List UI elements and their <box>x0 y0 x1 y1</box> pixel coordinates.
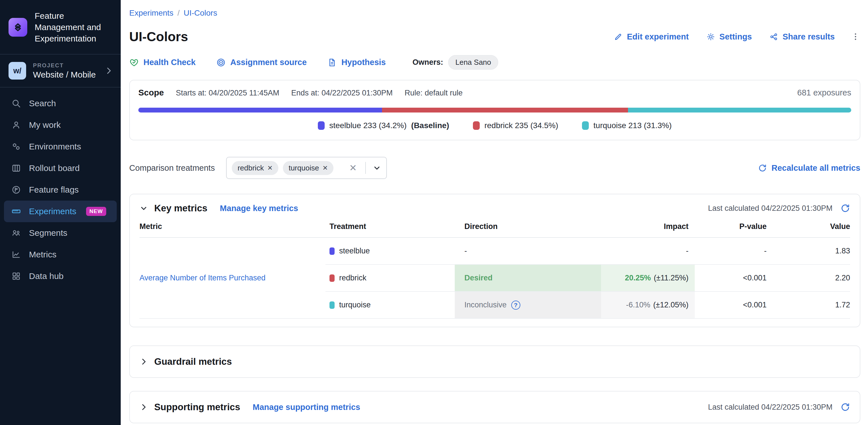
manage-supporting-metrics-link[interactable]: Manage supporting metrics <box>253 402 361 412</box>
guardrail-metrics-card[interactable]: Guardrail metrics <box>129 345 860 378</box>
sidebar-item-label: My work <box>29 120 61 130</box>
turquoise-swatch <box>330 301 335 309</box>
guardrail-metrics-title: Guardrail metrics <box>154 356 232 367</box>
impact-cell-neutral: -6.10% (±12.05%) <box>601 292 695 319</box>
key-metrics-card: Key metrics Manage key metrics Last calc… <box>129 194 860 327</box>
sidebar-item-label: Data hub <box>29 271 64 281</box>
collapse-chevron-right-icon[interactable] <box>140 403 148 412</box>
hexagons-icon <box>11 142 21 151</box>
last-calculated-text: Last calculated 04/22/2025 01:30PM <box>708 204 833 213</box>
sidebar-item-rollout-board[interactable]: Rollout board <box>4 157 117 179</box>
document-icon <box>327 58 337 67</box>
line-chart-icon <box>11 250 21 260</box>
people-icon <box>11 228 21 238</box>
comparison-row: Comparison treatments redbrick ✕ turquoi… <box>129 157 860 179</box>
supporting-metrics-card[interactable]: Supporting metrics Manage supporting met… <box>129 391 860 423</box>
baseline-tag: (Baseline) <box>411 121 450 130</box>
remove-chip-icon[interactable]: ✕ <box>267 164 273 172</box>
hypothesis-link[interactable]: Hypothesis <box>327 58 386 67</box>
treatment-cell-steelblue: steelblue <box>326 238 455 265</box>
sidebar-item-feature-flags[interactable]: Feature flags <box>4 179 117 201</box>
value-cell: 1.83 <box>770 238 850 265</box>
pvalue-cell: <0.001 <box>695 265 770 292</box>
comparison-treatments-select[interactable]: redbrick ✕ turquoise ✕ ✕ <box>226 157 387 179</box>
sidebar-item-label: Metrics <box>29 250 57 260</box>
pencil-icon <box>614 32 623 41</box>
sidebar-item-label: Feature flags <box>29 185 79 194</box>
share-results-button[interactable]: Share results <box>770 32 835 41</box>
chevron-down-icon[interactable] <box>373 164 381 172</box>
scope-starts: Starts at: 04/20/2025 11:45AM <box>176 89 279 97</box>
sidebar-item-metrics[interactable]: Metrics <box>4 244 117 265</box>
scope-label: Scope <box>138 88 164 97</box>
sidebar-item-label: Experiments <box>29 207 76 216</box>
metric-name-cell: Average Number of Items Purchased <box>140 238 326 319</box>
scope-rule: Rule: default rule <box>405 89 463 97</box>
sidebar-item-my-work[interactable]: My work <box>4 114 117 136</box>
breadcrumb-current-link[interactable]: UI-Colors <box>184 8 217 18</box>
grid-icon <box>11 271 21 281</box>
assignment-source-link[interactable]: Assignment source <box>216 58 307 67</box>
sidebar-item-search[interactable]: Search <box>4 93 117 114</box>
share-icon <box>770 32 778 41</box>
scope-card: Scope Starts at: 04/20/2025 11:45AM Ends… <box>129 80 860 140</box>
sidebar-item-data-hub[interactable]: Data hub <box>4 265 117 287</box>
direction-cell-inconclusive: Inconclusive ? <box>455 292 601 319</box>
column-header-metric: Metric <box>140 222 326 238</box>
sidebar-item-segments[interactable]: Segments <box>4 222 117 244</box>
edit-experiment-button[interactable]: Edit experiment <box>614 32 689 41</box>
column-header-pvalue: P-value <box>695 222 770 238</box>
refresh-icon[interactable] <box>840 402 850 412</box>
project-name: Website / Mobile <box>33 70 96 80</box>
question-circle-icon[interactable]: ? <box>511 301 520 310</box>
breadcrumb-experiments-link[interactable]: Experiments <box>129 8 174 18</box>
header-actions: Edit experiment Settings Share results <box>614 32 860 41</box>
collapse-chevron-down-icon[interactable] <box>140 204 148 212</box>
project-eyebrow: PROJECT <box>33 62 96 69</box>
page-title: UI-Colors <box>129 29 188 44</box>
key-metrics-table: Metric Treatment Direction Impact P-valu… <box>140 222 850 319</box>
clear-all-icon[interactable]: ✕ <box>349 163 357 173</box>
chevron-right-icon <box>104 66 113 75</box>
app-brand[interactable]: Feature Management and Experimentation <box>0 0 121 54</box>
main-content: Experiments / UI-Colors UI-Colors Edit e… <box>121 0 868 425</box>
sidebar-item-environments[interactable]: Environments <box>4 136 117 157</box>
breadcrumb: Experiments / UI-Colors <box>129 8 860 18</box>
treatment-legend: steelblue 233 (34.2%) (Baseline) redbric… <box>138 121 851 130</box>
project-switcher[interactable]: w/ PROJECT Website / Mobile <box>0 55 121 87</box>
value-cell: 1.72 <box>770 292 850 319</box>
owners-label: Owners: <box>412 58 443 67</box>
chip-redbrick[interactable]: redbrick ✕ <box>232 161 278 175</box>
last-calculated-text: Last calculated 04/22/2025 01:30PM <box>708 403 833 412</box>
sidebar: Feature Management and Experimentation w… <box>0 0 121 425</box>
ruler-icon <box>11 207 21 216</box>
treatment-cell-redbrick: redbrick <box>326 265 455 292</box>
sidebar-item-label: Environments <box>29 142 81 151</box>
owner-pill[interactable]: Lena Sano <box>448 55 498 70</box>
experiment-links-row: Health Check Assignment source Hypothesi… <box>129 55 860 70</box>
manage-key-metrics-link[interactable]: Manage key metrics <box>220 204 298 213</box>
column-header-value: Value <box>770 222 850 238</box>
settings-button[interactable]: Settings <box>706 32 752 41</box>
key-metrics-title: Key metrics <box>154 203 207 214</box>
pvalue-cell: <0.001 <box>695 292 770 319</box>
metric-link[interactable]: Average Number of Items Purchased <box>140 274 266 282</box>
sidebar-item-label: Search <box>29 98 56 108</box>
collapse-chevron-right-icon[interactable] <box>140 357 148 366</box>
select-divider <box>365 162 366 174</box>
refresh-icon[interactable] <box>840 204 850 213</box>
health-check-link[interactable]: Health Check <box>129 58 196 67</box>
turquoise-swatch <box>582 121 589 130</box>
recalculate-all-metrics-button[interactable]: Recalculate all metrics <box>758 163 860 173</box>
pvalue-cell: - <box>695 238 770 265</box>
legend-item-turquoise: turquoise 213 (31.3%) <box>582 121 672 130</box>
scope-ends: Ends at: 04/22/2025 01:30PM <box>291 89 393 97</box>
new-badge: NEW <box>86 207 106 216</box>
board-columns-icon <box>11 163 21 173</box>
chip-turquoise[interactable]: turquoise ✕ <box>283 161 334 175</box>
more-options-kebab-icon[interactable] <box>851 32 860 41</box>
sidebar-item-experiments[interactable]: Experiments NEW <box>4 201 117 222</box>
sidebar-item-label: Segments <box>29 228 67 238</box>
remove-chip-icon[interactable]: ✕ <box>322 164 328 172</box>
legend-item-redbrick: redbrick 235 (34.5%) <box>473 121 558 130</box>
